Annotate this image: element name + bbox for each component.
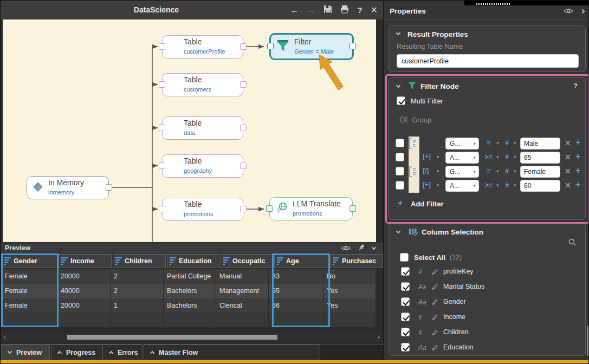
output-port[interactable] [349,205,356,212]
node-table-customers[interactable]: Tablecustomers [162,73,243,96]
chevron-down-icon[interactable] [372,245,376,250]
pencil-icon[interactable] [431,344,438,354]
resulting-table-name-input[interactable] [397,54,579,68]
table-cell[interactable]: 20000 [57,298,111,313]
column-header-education[interactable]: Education [167,254,219,268]
output-port[interactable] [240,125,247,131]
operator-label[interactable]: = [482,167,495,175]
column-checkbox[interactable] [401,343,410,352]
collapse-chevron-icon[interactable] [396,83,400,88]
column-header-children[interactable]: Children [113,254,166,268]
collapse-chevron-icon[interactable] [396,31,400,35]
operator-label[interactable]: = [482,139,495,147]
table-cell[interactable]: 2 [111,269,164,284]
operator-dropdown-icon[interactable]: ▾ [496,183,499,188]
flow-canvas[interactable]: TablecustomerProfile Tablecustomers Tabl… [3,20,376,242]
remove-filter-button[interactable]: ✕ [565,153,571,161]
scroll-right-arrow[interactable] [378,336,380,339]
table-cell[interactable]: No [323,269,376,284]
node-table-customerprofile[interactable]: TablecustomerProfile [162,35,243,58]
filter-value-input[interactable] [520,180,560,192]
node-table-data[interactable]: Tabledata [162,116,243,140]
column-checkbox[interactable] [401,297,410,306]
help-button[interactable]: ? [357,5,362,15]
join-dropdown-icon[interactable]: ▾ [437,154,439,160]
input-port[interactable] [267,43,274,49]
table-cell[interactable]: Manual [216,269,269,284]
operator-label[interactable]: >= [482,181,495,189]
add-condition-button[interactable]: + [575,180,580,190]
column-checkbox[interactable] [401,267,410,276]
output-port[interactable] [349,43,356,49]
type-label[interactable]: # [505,181,509,189]
remove-filter-button[interactable]: ✕ [565,181,571,190]
horizontal-scrollbar[interactable] [2,334,382,341]
filter-row-checkbox[interactable] [396,167,404,176]
filter-row-checkbox[interactable] [396,153,404,161]
column-header-occupation[interactable]: Occupatic [221,254,273,268]
add-condition-button[interactable]: + [575,152,580,161]
field-dropdown[interactable]: G...▾ [445,166,479,178]
node-table-geography[interactable]: Tablegeography [162,154,243,178]
group-button-label[interactable]: Group [412,116,431,124]
table-cell[interactable]: Female [2,269,57,284]
table-cell[interactable]: 20000 [57,269,111,284]
type-label[interactable]: # [505,167,509,175]
type-label[interactable]: # [505,153,509,161]
join-operator-label[interactable]: [+] [423,153,431,160]
table-cell[interactable]: 1 [111,298,164,313]
type-dropdown-icon[interactable]: ▾ [514,154,516,160]
filter-row-checkbox[interactable] [396,181,404,190]
filter-value-input[interactable] [520,138,560,150]
forward-icon[interactable]: → [307,5,315,15]
filter-row-checkbox[interactable] [396,139,404,147]
input-port[interactable] [159,81,165,88]
join-dropdown-icon[interactable]: ▾ [437,168,439,174]
table-cell[interactable]: Clerical [216,298,269,313]
column-header-gender[interactable]: Gender [2,254,57,268]
table-cell[interactable]: Bachelors [164,298,216,313]
type-dropdown-icon[interactable]: ▾ [514,183,516,188]
pencil-icon[interactable] [431,298,438,308]
output-port[interactable] [106,184,112,191]
scroll-left-arrow[interactable] [3,336,5,339]
output-port[interactable] [240,206,247,212]
column-header-age[interactable]: Age [274,254,329,268]
eye-icon[interactable] [564,6,573,16]
chevron-right-icon[interactable] [580,9,585,14]
table-cell[interactable]: Female [2,284,57,298]
input-port[interactable] [159,206,165,212]
remove-filter-button[interactable]: ✕ [565,167,571,176]
type-dropdown-icon[interactable]: ▾ [514,140,516,146]
input-port[interactable] [159,125,165,131]
filter-value-input[interactable] [520,166,560,178]
column-header-purchased[interactable]: Purchasec [330,254,383,268]
column-checkbox[interactable] [401,328,410,336]
operator-dropdown-icon[interactable]: ▾ [496,154,499,160]
operator-label[interactable]: >= [482,153,495,161]
node-in-memory[interactable]: In Memoryinmemory [27,176,109,199]
output-port[interactable] [240,43,247,50]
multi-filter-checkbox[interactable] [397,96,405,105]
table-cell[interactable]: Yes [323,284,376,298]
scrollbar-thumb[interactable] [67,335,277,340]
output-port[interactable] [240,162,247,169]
close-button[interactable]: ✕ [371,5,378,15]
node-table-promotions[interactable]: Tablepromotions [162,198,243,221]
back-icon[interactable]: ← [290,5,299,15]
field-dropdown[interactable]: A...▾ [445,152,479,164]
help-icon[interactable]: ? [573,82,578,90]
tab-preview[interactable]: Preview [1,344,50,360]
filter-value-input[interactable] [520,152,560,164]
add-filter-plus-icon[interactable]: + [398,198,403,208]
table-cell[interactable]: Partial College [164,269,216,284]
pencil-icon[interactable] [431,329,438,339]
save-icon[interactable] [323,5,332,16]
add-condition-button[interactable]: + [575,138,580,147]
tab-master-flow[interactable]: Master Flow [144,344,320,360]
column-header-income[interactable]: Income [59,254,112,268]
column-checkbox[interactable] [401,313,410,321]
print-icon[interactable] [340,5,349,16]
input-port[interactable] [266,205,273,212]
pin-icon[interactable] [358,244,365,253]
